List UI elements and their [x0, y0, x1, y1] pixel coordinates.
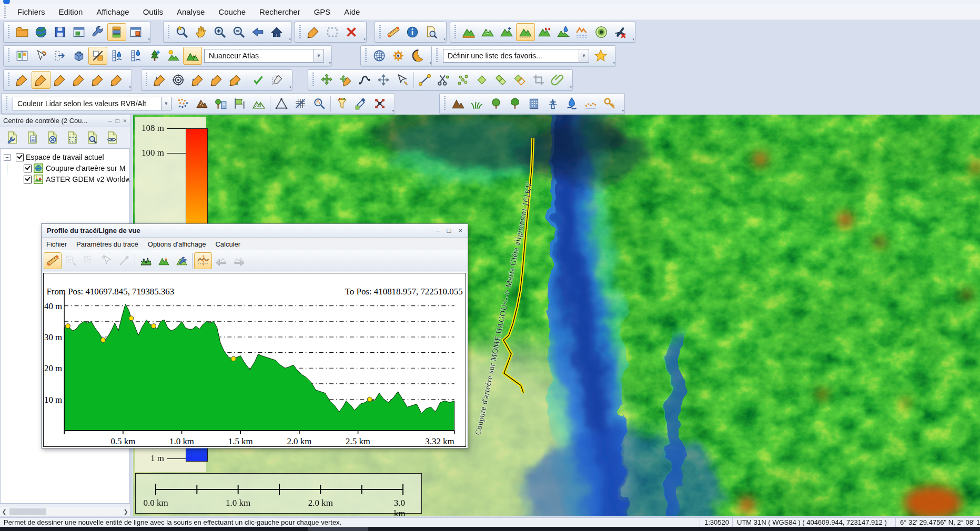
tb-nodesel-button[interactable] — [393, 71, 412, 89]
tb-parea-button[interactable] — [226, 71, 245, 89]
tb-scissors-button[interactable] — [435, 71, 453, 89]
tb-building-button[interactable] — [524, 95, 543, 113]
tb-ppin-button[interactable] — [207, 71, 226, 89]
tb-winmap-button[interactable] — [69, 23, 88, 41]
tb-keyor-button[interactable] — [600, 95, 619, 113]
menu-analyse[interactable]: Analyse — [170, 5, 211, 18]
tb-scurve-button[interactable] — [355, 71, 374, 89]
tb-pgrid-button[interactable] — [188, 71, 207, 89]
tb-home-button[interactable] — [267, 23, 286, 41]
tb-globegrid-button[interactable] — [370, 47, 389, 65]
cc-pgrect-button[interactable] — [62, 129, 82, 147]
tb-pagezoom-button[interactable] — [422, 23, 441, 41]
tb-check-button[interactable] — [249, 71, 268, 89]
tb-gauge2-button[interactable] — [126, 47, 145, 65]
pf-pfchartdots-button[interactable] — [137, 252, 155, 269]
tb-globe-button[interactable] — [32, 23, 50, 41]
tb-gauge1-button[interactable] — [107, 47, 126, 65]
profile-window-titlebar[interactable]: Profile du tracé/Ligne de vue – □ × — [42, 224, 468, 238]
tree-layer-2[interactable]: ASTER GDEM v2 Worldw — [22, 174, 130, 185]
tb-drone-button[interactable] — [370, 95, 389, 113]
tree-hscrollbar[interactable]: ❮❯ — [0, 507, 130, 516]
tb-zoomdots-button[interactable] — [310, 95, 329, 113]
tb-mtnmesh-button[interactable] — [249, 95, 268, 113]
lidar-combobox[interactable]: Couleur Lidar selon les valeurs RVB/Alt▼ — [13, 97, 171, 110]
tb-movegreen-button[interactable] — [317, 71, 336, 89]
tb-percent-button[interactable] — [88, 47, 107, 65]
layer-checkbox[interactable] — [24, 176, 32, 183]
tb-mtndots-button[interactable] — [193, 95, 211, 113]
pf-pfleft-button[interactable] — [212, 252, 230, 269]
tb-droplet-button[interactable] — [562, 95, 581, 113]
tb-mtn5-button[interactable] — [535, 23, 554, 41]
menu-fichiers[interactable]: Fichiers — [11, 5, 52, 18]
tb-bullseye-button[interactable] — [169, 71, 188, 89]
tb-panels-button[interactable] — [13, 47, 32, 65]
pf-pfdsq2-button[interactable] — [79, 252, 97, 269]
profile-menu-calculer[interactable]: Calculer — [210, 240, 245, 248]
tb-redx-button[interactable] — [342, 23, 361, 41]
tree-root[interactable]: −Espace de travail actuel — [4, 152, 104, 162]
scroll-right-icon[interactable]: ❯ — [122, 507, 130, 516]
tb-clip-button[interactable] — [548, 71, 567, 89]
tb-mtn6-button[interactable] — [554, 23, 573, 41]
tb-ppoly-button[interactable] — [69, 71, 88, 89]
tb-mtn8-button[interactable] — [592, 23, 611, 41]
menu-rechercher[interactable]: Rechercher — [252, 5, 307, 18]
profile-maximize-button[interactable]: □ — [447, 227, 451, 234]
menu-outils[interactable]: Outils — [136, 5, 170, 18]
tb-moon-button[interactable] — [408, 47, 427, 65]
tree-layer-1[interactable]: Coupure d'arteère sur M — [22, 163, 125, 173]
profile-menu-options[interactable]: Options d'affichage — [143, 240, 211, 248]
tb-treebldg-button[interactable] — [211, 95, 230, 113]
scroll-thumb[interactable] — [9, 508, 46, 515]
pf-pfruler-button[interactable] — [44, 252, 62, 269]
tb-pellipse-button[interactable] — [107, 71, 126, 89]
tb-pcurve-button[interactable] — [50, 71, 69, 89]
profile-menu-fichier[interactable]: Fichier — [42, 240, 72, 248]
tb-dashrect-button[interactable] — [323, 23, 342, 41]
cc-pgx-button[interactable] — [42, 129, 62, 147]
tb-sunmtn-button[interactable] — [164, 47, 183, 65]
tb-triangle-button[interactable] — [272, 95, 291, 113]
tb-zoomstar-button[interactable] — [173, 23, 191, 41]
panel-minimize-button[interactable]: – — [108, 117, 112, 125]
tb-gear-button[interactable] — [389, 47, 408, 65]
tb-arrleft-button[interactable] — [248, 23, 267, 41]
tb-pline-button[interactable] — [32, 71, 50, 89]
tb-nodespray-button[interactable] — [453, 71, 472, 89]
tb-treeplus-button[interactable] — [145, 47, 164, 65]
cc-pgwrench-button[interactable] — [2, 129, 22, 147]
tb-floppy-button[interactable] — [50, 23, 69, 41]
cc-pglist-button[interactable] — [22, 129, 42, 147]
pf-pfnav-button[interactable] — [194, 252, 212, 269]
tb-folder-button[interactable] — [13, 23, 32, 41]
menu-gps[interactable]: GPS — [307, 5, 338, 18]
menu-couche[interactable]: Couche — [211, 5, 252, 18]
cc-pgeye-button[interactable] — [102, 129, 122, 147]
tb-cropgray-button[interactable] — [529, 71, 548, 89]
tb-wrench-button[interactable] — [88, 23, 107, 41]
tb-gridhash-button[interactable] — [291, 95, 310, 113]
chevron-down-icon[interactable]: ▼ — [314, 49, 324, 62]
profile-menu-paramètres[interactable]: Paramètres du tracé — [72, 240, 143, 248]
tb-mtnbrown-button[interactable] — [449, 95, 468, 113]
tb-funnel-button[interactable] — [332, 95, 351, 113]
panel-maximize-button[interactable]: □ — [116, 117, 119, 125]
tb-hand-button[interactable] — [191, 23, 210, 41]
tb-flagmesh-button[interactable] — [230, 95, 249, 113]
tb-diam1-button[interactable] — [472, 71, 491, 89]
menu-edition[interactable]: Edition — [52, 5, 90, 18]
tb-mtn2g-button[interactable] — [183, 47, 202, 65]
tb-ruler-button[interactable] — [384, 23, 403, 41]
pf-pfchartmtn-button[interactable] — [155, 252, 173, 269]
tb-bush-button[interactable] — [487, 95, 506, 113]
tb-zoomin-button[interactable] — [210, 23, 229, 41]
layer-checkbox[interactable] — [24, 165, 32, 172]
cc-pgzoom-button[interactable] — [82, 129, 102, 147]
menu-affichage[interactable]: Affichage — [89, 5, 136, 18]
tb-cdots-button[interactable] — [174, 95, 193, 113]
tb-mtn2-button[interactable] — [478, 23, 497, 41]
tb-pA-button[interactable] — [150, 71, 169, 89]
pf-pfright-button[interactable] — [230, 252, 248, 269]
